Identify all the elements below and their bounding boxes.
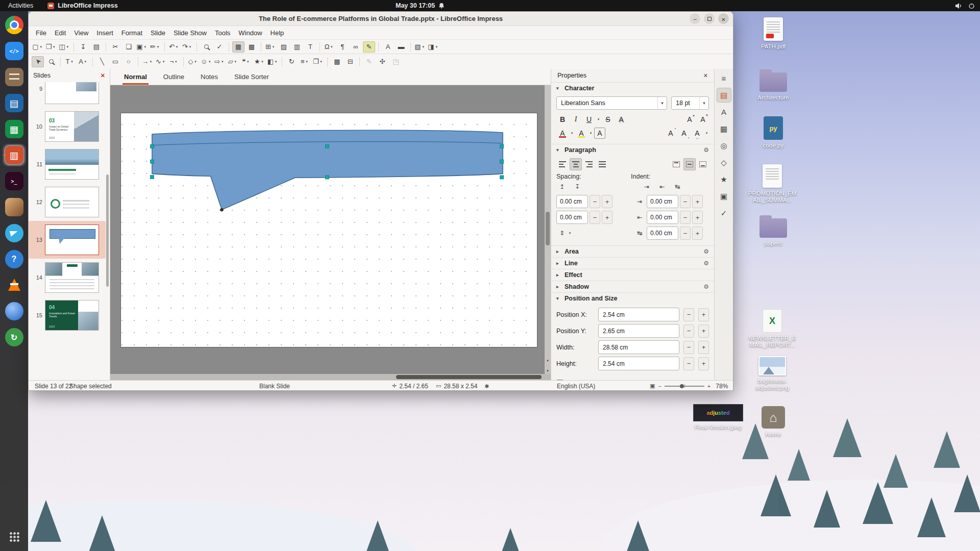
dropdown-arrow-icon[interactable] bbox=[143, 41, 148, 53]
desktop-icon-brightness-adjusted[interactable]: brightness-adjusted.png bbox=[748, 356, 797, 391]
spacing-above-icon[interactable] bbox=[556, 182, 568, 192]
increment-button[interactable] bbox=[698, 308, 709, 321]
section-line[interactable]: Line bbox=[551, 257, 714, 269]
edit-canvas[interactable] bbox=[110, 85, 551, 380]
dropdown-arrow-icon[interactable] bbox=[52, 41, 56, 53]
tail-adjust-handle[interactable] bbox=[220, 208, 223, 211]
line-spacing-dropdown[interactable] bbox=[568, 228, 572, 239]
dropdown-arrow-icon[interactable] bbox=[161, 56, 166, 67]
close-icon[interactable] bbox=[703, 72, 708, 79]
decrement-button[interactable] bbox=[683, 308, 694, 321]
menu-window[interactable]: Window bbox=[234, 27, 266, 39]
accessibility-check-tab[interactable]: ✓ bbox=[717, 206, 731, 220]
switch-indent-button[interactable] bbox=[672, 182, 683, 192]
line-spacing-button[interactable] bbox=[556, 228, 568, 238]
slide-thumbnail-9[interactable]: 9 bbox=[29, 82, 106, 108]
formatting-marks-button[interactable]: ¶ bbox=[336, 41, 349, 53]
first-line-indent-decrement[interactable] bbox=[680, 227, 691, 240]
callout-shapes-tool[interactable]: ❝ bbox=[240, 56, 252, 67]
align-bottom-button[interactable] bbox=[697, 158, 709, 170]
navigator-deck-tab[interactable]: ◎ bbox=[717, 138, 731, 153]
close-icon[interactable] bbox=[101, 72, 105, 79]
dropdown-arrow-icon[interactable] bbox=[329, 41, 334, 53]
arrange-objects-button[interactable]: ❐ bbox=[312, 56, 324, 67]
window-titlebar[interactable]: The Role of E-commerce Platforms in Glob… bbox=[29, 12, 733, 26]
open-file-button[interactable]: ❒ bbox=[45, 41, 57, 53]
slide-thumbnail-15[interactable]: 15 04 Innovations and Future Trends 202X bbox=[29, 296, 106, 334]
dropdown-arrow-icon[interactable] bbox=[149, 56, 153, 67]
decrement-button[interactable] bbox=[683, 357, 694, 370]
dropdown-arrow-icon[interactable] bbox=[207, 56, 212, 67]
indent-before-decrement[interactable] bbox=[680, 195, 691, 208]
decrease-font-size-button[interactable]: A bbox=[697, 113, 709, 126]
dropdown-arrow-icon[interactable] bbox=[156, 41, 160, 53]
spacing-above-decrement[interactable] bbox=[590, 195, 600, 208]
curves-polygons-tool[interactable]: ∿ bbox=[155, 56, 167, 67]
highlight-color-dropdown[interactable] bbox=[589, 128, 593, 139]
desktop-icon-home[interactable]: ⌂ Home bbox=[749, 406, 798, 438]
align-top-button[interactable] bbox=[670, 158, 682, 170]
font-size-combobox[interactable]: 18 pt bbox=[671, 96, 709, 110]
spacing-below-icon[interactable] bbox=[572, 182, 583, 192]
selection-handle-top-center[interactable] bbox=[326, 144, 329, 148]
selection-handle-mid-right[interactable] bbox=[500, 160, 504, 163]
field-value[interactable]: 2.54 cm bbox=[598, 357, 679, 370]
dropdown-arrow-icon[interactable] bbox=[434, 41, 439, 53]
desktop-icon-papers[interactable]: papers bbox=[749, 214, 798, 247]
align-objects-button[interactable]: ≡ bbox=[299, 56, 311, 67]
connectors-tool[interactable]: ¬ bbox=[168, 56, 180, 67]
character-dialog-button[interactable]: A bbox=[594, 128, 605, 139]
dropdown-arrow-icon[interactable] bbox=[83, 56, 88, 67]
section-settings-icon[interactable] bbox=[703, 283, 709, 290]
font-color-button[interactable]: A bbox=[556, 127, 569, 139]
previous-slide-button[interactable] bbox=[545, 357, 551, 363]
first-line-indent-field[interactable]: 0.00 cm bbox=[647, 227, 678, 240]
spacing-above-increment[interactable] bbox=[602, 195, 612, 208]
indent-after-increment[interactable] bbox=[692, 211, 703, 224]
dock-telegram[interactable] bbox=[3, 222, 26, 244]
selection-handle-bottom-right[interactable] bbox=[500, 176, 504, 179]
increase-font-size-button[interactable]: A bbox=[683, 113, 696, 126]
increase-indent-button[interactable] bbox=[641, 182, 652, 192]
character-spacing-dropdown[interactable] bbox=[704, 128, 709, 139]
section-shadow[interactable]: Shadow bbox=[551, 281, 714, 292]
symbol-shapes-tool[interactable]: ☺ bbox=[200, 56, 212, 67]
dock-image-viewer[interactable] bbox=[3, 196, 26, 218]
paragraph-settings-icon[interactable] bbox=[703, 146, 709, 154]
section-settings-icon[interactable] bbox=[703, 248, 709, 255]
underline-button[interactable]: U bbox=[583, 113, 595, 126]
menu-slide-show[interactable]: Slide Show bbox=[169, 27, 211, 39]
menu-slide[interactable]: Slide bbox=[146, 27, 169, 39]
align-center-button[interactable] bbox=[570, 158, 582, 170]
slide-page[interactable] bbox=[120, 113, 537, 347]
cut-button[interactable]: ✂ bbox=[109, 41, 121, 53]
selection-handle-bottom-center[interactable] bbox=[326, 176, 329, 179]
copy-button[interactable]: ❏ bbox=[122, 41, 135, 53]
italic-button[interactable]: I bbox=[570, 113, 582, 126]
decrement-button[interactable] bbox=[683, 324, 694, 338]
dropdown-arrow-icon[interactable] bbox=[69, 56, 74, 67]
edit-points-button[interactable]: ✎ bbox=[363, 56, 375, 67]
bold-button[interactable]: B bbox=[556, 113, 569, 126]
insert-table-button[interactable]: ⊞ bbox=[264, 41, 277, 53]
find-replace-button[interactable] bbox=[200, 41, 212, 53]
vertical-scrollbar[interactable] bbox=[545, 85, 551, 374]
field-value[interactable]: 2.65 cm bbox=[598, 324, 679, 338]
insert-fontwork-button[interactable]: A bbox=[382, 41, 394, 53]
new-document-button[interactable]: ▢ bbox=[32, 41, 44, 53]
lines-arrows-tool[interactable]: → bbox=[141, 56, 154, 67]
properties-deck-tab[interactable]: ▤ bbox=[717, 88, 731, 103]
fontwork-tool[interactable]: A bbox=[77, 56, 89, 67]
increment-button[interactable] bbox=[698, 357, 709, 370]
dock-vlc[interactable] bbox=[3, 274, 26, 296]
menu-view[interactable]: View bbox=[70, 27, 92, 39]
desktop-icon-final-version[interactable]: adjusted Final-Version.jpeg bbox=[691, 404, 745, 431]
dropdown-arrow-icon[interactable] bbox=[421, 41, 426, 53]
slide-thumbnail-13[interactable]: 13 bbox=[29, 221, 106, 259]
menu-edit[interactable]: Edit bbox=[51, 27, 70, 39]
indent-before-increment[interactable] bbox=[692, 195, 703, 208]
underline-options-dropdown[interactable] bbox=[596, 114, 601, 125]
dropdown-arrow-icon[interactable] bbox=[220, 56, 225, 67]
paragraph-section-header[interactable]: Paragraph bbox=[551, 144, 714, 156]
increment-button[interactable] bbox=[698, 341, 709, 354]
